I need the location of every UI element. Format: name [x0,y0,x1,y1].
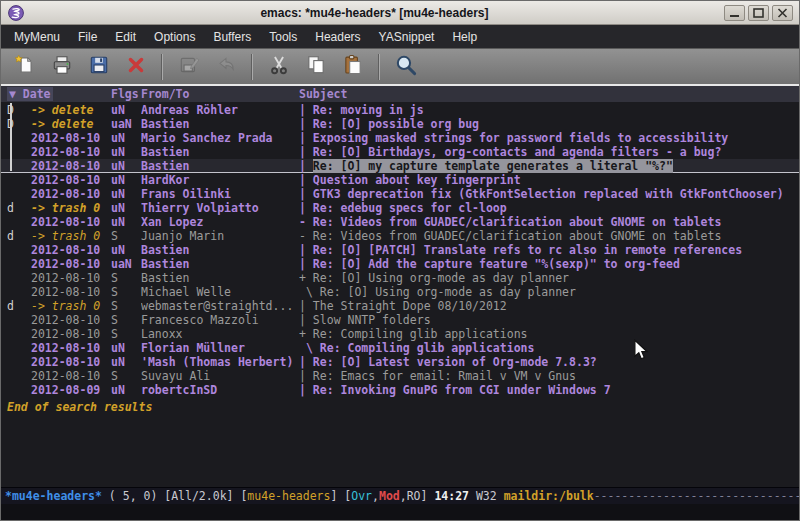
menu-file[interactable]: File [69,27,106,47]
menu-tools[interactable]: Tools [260,27,306,47]
message-from: webmaster@straightd... [141,299,299,313]
message-date: 2012-08-10 [31,215,111,229]
message-date: 2012-08-10 [31,243,111,257]
message-row[interactable]: D-> deleteuNAndreas Röhler| Re: moving i… [1,103,799,117]
thread-indicator: | [299,173,313,187]
message-subject: Re: Invoking GnuPG from CGI under Window… [313,383,611,397]
modeline-overwrite: Ovr [351,489,372,503]
search-icon [394,53,418,81]
message-row[interactable]: D-> deleteuaNBastien| Re: [O] possible o… [1,117,799,131]
copy-icon [305,54,327,80]
menu-edit[interactable]: Edit [106,27,145,47]
minimize-window-button[interactable] [724,5,745,21]
modeline-comma: , [372,489,379,503]
titlebar: emacs: *mu4e-headers* [mu4e-headers] [1,1,799,25]
message-row[interactable]: 2012-08-10SLanoxx+ Re: Compiling glib ap… [1,327,799,341]
message-row[interactable]: 2012-08-10uNBastien| Re: [O] [PATCH] Tra… [1,243,799,257]
message-subject: Re: moving in js [313,103,424,117]
thread-indicator: | [299,159,313,173]
message-from: Frans Oilinki [141,187,299,201]
column-header-from[interactable]: From/To [141,87,299,101]
cut-button[interactable] [263,52,295,82]
paste-button[interactable] [337,52,369,82]
message-date: 2012-08-10 [31,257,111,271]
message-row[interactable]: 2012-08-10uNFlorian Müllner \ Re: Compil… [1,341,799,355]
message-date: 2012-08-10 [31,313,111,327]
copy-button[interactable] [300,52,332,82]
menu-buffers[interactable]: Buffers [204,27,260,47]
message-row[interactable]: 2012-08-10uNMario Sanchez Prada| Exposin… [1,131,799,145]
message-subject: Re: [O] [PATCH] Translate refs to rc als… [313,243,742,257]
message-row[interactable]: 2012-08-10uNBastien| Re: [O] my capture … [1,159,799,173]
thread-indicator: | [299,383,313,397]
thread-indicator: | [299,355,313,369]
menu-yasnippet[interactable]: YASnippet [370,27,444,47]
message-date: 2012-08-10 [31,341,111,355]
message-subject: Re: Compiling glib applications [313,327,528,341]
sort-indicator: ▼ Date [7,87,53,101]
message-row[interactable]: 2012-08-10uNBastien| Re: [O] Birthdays, … [1,145,799,159]
print-button[interactable] [46,52,78,82]
thread-indicator: | [299,201,313,215]
save-button[interactable] [83,52,115,82]
message-row[interactable]: 2012-08-10uNXan Lopez- Re: Videos from G… [1,215,799,229]
message-row[interactable]: 2012-08-10uNHardKor| Question about key … [1,173,799,187]
message-row[interactable]: 2012-08-09uNrobertcInSD| Re: Invoking Gn… [1,383,799,397]
toolbar-separator [251,54,253,80]
message-flags: S [111,369,141,383]
message-flags: uN [111,103,141,117]
thread-indicator: | [299,313,313,327]
message-flags: S [111,313,141,327]
message-from: Bastien [141,159,299,173]
message-row[interactable]: d-> trash 0Swebmaster@straightd...| The … [1,299,799,313]
column-header-date[interactable]: ▼ Date [7,87,111,101]
message-row[interactable]: 2012-08-10SSuvayu Ali| Re: Emacs for ema… [1,369,799,383]
search-button[interactable] [390,52,422,82]
thread-indicator: | [299,243,313,257]
message-tail: | Re: [O] possible org bug [299,117,799,131]
menu-help[interactable]: Help [443,27,486,47]
write-file-button [173,52,205,82]
modeline-clock: 14:27 [434,489,476,503]
message-subject: Re: edebug specs for cl-loop [313,201,507,215]
message-subject: Exposing masked strings for password fie… [313,131,728,145]
maximize-window-button[interactable] [748,5,769,21]
message-row[interactable]: 2012-08-10uN'Mash (Thomas Herbert)| Re: … [1,355,799,369]
header-line: ▼ Date Flgs From/To Subject [1,86,799,102]
echo-area [1,504,799,521]
message-row[interactable]: 2012-08-10uNFrans Oilinki| GTK3 deprecat… [1,187,799,201]
message-from: HardKor [141,173,299,187]
column-header-flags[interactable]: Flgs [111,87,141,101]
modeline-read-only: RO [407,489,421,503]
new-file-button[interactable] [9,52,41,82]
scrollbar[interactable] [1,102,13,487]
message-row[interactable]: 2012-08-10uaNBastien| Re: [O] Add the ca… [1,257,799,271]
menu-headers[interactable]: Headers [306,27,369,47]
message-tail: | Re: [O] Add the capture feature "%(sex… [299,257,799,271]
message-row[interactable]: d-> trash 0uNThierry Volpiatto| Re: edeb… [1,201,799,215]
message-row[interactable]: 2012-08-10SBastien+ Re: [O] Using org-mo… [1,271,799,285]
message-flags: uN [111,383,141,397]
scrollbar-thumb[interactable] [10,103,12,171]
message-row[interactable]: d-> trash 0SJuanjo Marin- Re: Videos fro… [1,229,799,243]
column-header-subject[interactable]: Subject [299,87,799,101]
menu-mymenu[interactable]: MyMenu [5,27,69,47]
thread-indicator: | [299,187,313,201]
message-tail: | Re: [O] [PATCH] Translate refs to rc a… [299,243,799,257]
modeline-bracket: ] [ [330,489,351,503]
menu-options[interactable]: Options [145,27,204,47]
message-date: 2012-08-10 [31,131,111,145]
message-row[interactable]: 2012-08-10SMichael Welle \ Re: [O] Using… [1,285,799,299]
message-from: Florian Müllner [141,341,299,355]
menu-bar: MyMenuFileEditOptionsBuffersToolsHeaders… [1,25,799,48]
message-row[interactable]: 2012-08-10SFrancesco Mazzoli| Slow NNTP … [1,313,799,327]
close-window-button[interactable] [772,5,793,21]
close-button[interactable] [120,52,152,82]
message-flags: uN [111,187,141,201]
thread-indicator: + [299,327,313,341]
message-subject: Question about key fingerprint [313,173,521,187]
message-flags: S [111,299,141,313]
message-date: 2012-08-10 [31,145,111,159]
message-from: Xan Lopez [141,215,299,229]
message-from: robertcInSD [141,383,299,397]
